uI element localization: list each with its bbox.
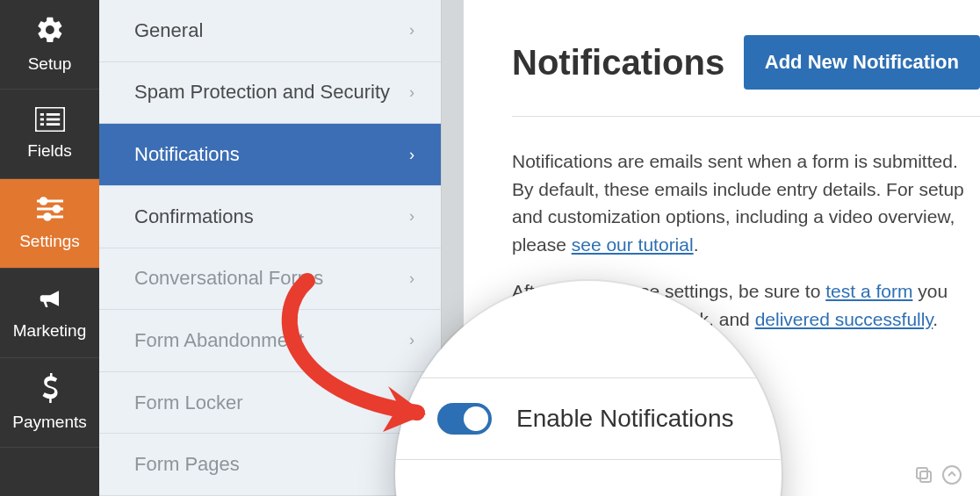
chevron-right-icon: › xyxy=(409,207,414,226)
submenu-item-locker[interactable]: Form Locker › xyxy=(99,372,441,435)
svg-point-10 xyxy=(54,206,60,212)
submenu-label: Confirmations xyxy=(134,205,254,228)
svg-rect-2 xyxy=(46,113,59,116)
nav-item-label: Payments xyxy=(12,413,86,432)
submenu-label: Spam Protection and Security xyxy=(134,81,390,104)
chevron-right-icon: › xyxy=(409,270,414,288)
enable-notifications-label: Enable Notifications xyxy=(516,405,733,433)
submenu-item-confirmations[interactable]: Confirmations › xyxy=(99,186,441,248)
chevron-right-icon: › xyxy=(409,146,414,164)
svg-point-8 xyxy=(40,198,47,205)
submenu-label: General xyxy=(134,19,203,42)
settings-submenu: General › Spam Protection and Security ›… xyxy=(99,0,442,496)
svg-rect-4 xyxy=(46,119,59,121)
nav-item-label: Marketing xyxy=(13,321,86,341)
footer-icons xyxy=(913,464,962,485)
dollar-icon xyxy=(40,373,60,407)
add-notification-button[interactable]: Add New Notification xyxy=(744,35,980,90)
main-header: Notifications Add New Notification xyxy=(512,35,980,117)
submenu-label: Form Locker xyxy=(134,392,242,414)
chevron-right-icon: › xyxy=(409,21,414,40)
submenu-item-abandonment[interactable]: Form Abandonment › xyxy=(99,310,441,372)
svg-rect-6 xyxy=(46,123,59,126)
nav-item-label: Setup xyxy=(28,54,72,74)
submenu-item-general[interactable]: General › xyxy=(99,0,441,62)
svg-point-15 xyxy=(943,466,961,484)
submenu-item-conversational[interactable]: Conversational Forms › xyxy=(99,248,441,311)
nav-item-settings[interactable]: Settings xyxy=(0,179,99,269)
svg-rect-5 xyxy=(40,123,43,126)
submenu-item-pages[interactable]: Form Pages › xyxy=(99,434,441,496)
submenu-label: Form Pages xyxy=(134,453,240,476)
svg-rect-14 xyxy=(917,468,927,478)
svg-rect-13 xyxy=(920,471,931,482)
gear-icon xyxy=(35,15,65,49)
submenu-label: Notifications xyxy=(134,143,240,166)
collapse-icon[interactable] xyxy=(941,464,962,485)
page-title: Notifications xyxy=(512,43,724,83)
submenu-label: Conversational Forms xyxy=(134,267,323,290)
submenu-item-notifications[interactable]: Notifications › xyxy=(99,124,441,186)
list-icon xyxy=(35,107,65,136)
nav-item-payments[interactable]: Payments xyxy=(0,358,99,448)
enable-notifications-toggle[interactable] xyxy=(437,403,492,435)
svg-rect-3 xyxy=(40,119,43,121)
nav-item-setup[interactable]: Setup xyxy=(0,0,99,90)
left-nav: Setup Fields Settings Marketing Payments xyxy=(0,0,99,496)
duplicate-icon[interactable] xyxy=(913,464,934,485)
chevron-right-icon: › xyxy=(409,83,414,102)
test-form-link[interactable]: test a form xyxy=(825,281,912,301)
tutorial-link[interactable]: see our tutorial xyxy=(572,234,694,255)
svg-point-12 xyxy=(44,214,50,220)
submenu-label: Form Abandonment xyxy=(134,329,304,352)
sliders-icon xyxy=(34,196,66,226)
enable-notifications-row: Enable Notifications xyxy=(395,377,782,460)
delivered-link[interactable]: delivered successfully xyxy=(755,309,933,329)
megaphone-icon xyxy=(35,285,65,316)
nav-item-label: Fields xyxy=(27,141,72,161)
nav-item-fields[interactable]: Fields xyxy=(0,90,99,179)
nav-item-label: Settings xyxy=(19,232,80,251)
nav-item-marketing[interactable]: Marketing xyxy=(0,269,99,358)
submenu-item-spam[interactable]: Spam Protection and Security › xyxy=(99,62,441,125)
intro-paragraph: Notifications are emails sent when a for… xyxy=(512,147,980,258)
svg-rect-1 xyxy=(40,113,43,116)
chevron-right-icon: › xyxy=(409,331,414,349)
